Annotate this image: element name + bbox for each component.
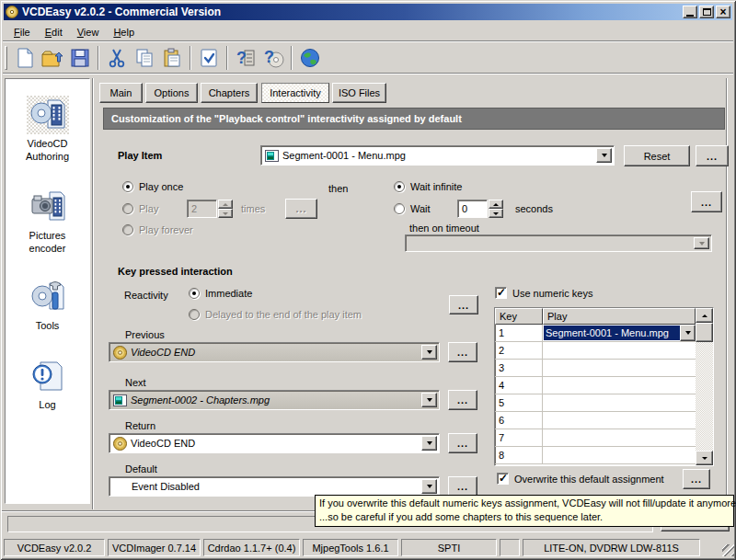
reset-button[interactable]: Reset (624, 145, 690, 166)
scroll-down-arrow[interactable] (696, 451, 713, 465)
key-cell[interactable]: 6 (495, 412, 543, 429)
sidebar-item-log[interactable]: Log (6, 357, 89, 411)
wait-infinite-radio[interactable]: Wait infinite (394, 181, 462, 192)
play-cell[interactable] (543, 429, 696, 447)
tab-iso-files[interactable]: ISO Files (332, 83, 386, 103)
sidebar-item-tools[interactable]: Tools (6, 278, 89, 332)
play-cell[interactable] (543, 412, 696, 429)
table-row[interactable]: 7 (495, 429, 696, 447)
new-file-button[interactable] (11, 44, 39, 72)
wait-seconds-spinner[interactable]: 0 (457, 200, 503, 218)
next-combo[interactable]: Segment-0002 - Chapters.mpg (109, 390, 440, 410)
scroll-track[interactable] (696, 342, 713, 451)
play-cell[interactable] (543, 447, 696, 464)
column-header-key[interactable]: Key (495, 308, 543, 325)
scroll-thumb[interactable] (696, 323, 713, 342)
toolbar-separator (98, 46, 99, 70)
play-cell[interactable] (543, 394, 696, 412)
spin-up[interactable] (489, 200, 503, 209)
title-bar[interactable]: VCDEasy v2.0.2 - Commercial Version × (4, 4, 732, 20)
resize-grip[interactable] (722, 544, 734, 556)
sidebar-item-videocd-authoring[interactable]: VideoCD Authoring (6, 96, 89, 163)
radio-icon[interactable] (394, 203, 405, 214)
play-cell[interactable] (543, 377, 696, 394)
play-item-dropdown-arrow[interactable] (596, 148, 612, 163)
menu-view[interactable]: View (70, 24, 107, 40)
play-once-radio[interactable]: Play once (122, 181, 183, 192)
sidebar-item-pictures-encoder[interactable]: Pictures encoder (6, 188, 89, 255)
default-more-button[interactable]: ... (448, 476, 477, 497)
wait-seconds-radio[interactable]: Wait (394, 203, 431, 214)
minimize-button[interactable] (683, 6, 697, 18)
table-row[interactable]: 4 (495, 377, 696, 394)
return-combo[interactable]: VideoCD END (109, 433, 440, 453)
key-cell[interactable]: 4 (495, 377, 543, 394)
table-row[interactable]: 5 (495, 394, 696, 412)
table-scrollbar[interactable] (696, 308, 713, 465)
menu-help[interactable]: Help (106, 24, 142, 40)
column-header-play[interactable]: Play (543, 308, 696, 325)
scroll-up-arrow[interactable] (696, 308, 713, 323)
table-row[interactable]: 2 (495, 342, 696, 360)
close-button[interactable]: × (716, 6, 730, 18)
play-item-combo[interactable]: Segment-0001 - Menu.mpg (260, 145, 615, 166)
copy-button[interactable] (131, 44, 158, 72)
tab-options[interactable]: Options (145, 83, 198, 103)
tab-chapters[interactable]: Chapters (201, 83, 258, 103)
previous-dropdown-arrow[interactable] (421, 345, 437, 360)
open-button[interactable] (39, 44, 66, 72)
app-cd-icon (6, 6, 18, 18)
key-cell[interactable]: 8 (495, 447, 543, 464)
tab-main[interactable]: Main (99, 83, 143, 103)
next-more-button[interactable]: ... (448, 390, 477, 410)
default-dropdown-arrow[interactable] (421, 479, 437, 494)
menu-file[interactable]: File (6, 24, 38, 40)
table-row[interactable]: 1 Segment-0001 - Menu.mpg (495, 325, 696, 342)
checkbox-icon[interactable] (497, 473, 509, 485)
validate-button[interactable] (195, 44, 223, 72)
menu-edit[interactable]: Edit (38, 24, 70, 40)
checkbox-icon[interactable] (495, 287, 507, 299)
return-more-button[interactable]: ... (448, 433, 477, 453)
overwrite-checkbox[interactable]: Overwrite this default assignment (497, 473, 664, 485)
next-dropdown-arrow[interactable] (421, 393, 437, 407)
radio-icon[interactable] (394, 181, 405, 192)
previous-more-button[interactable]: ... (448, 342, 477, 362)
wait-seconds-value[interactable]: 0 (457, 200, 488, 218)
row1-dropdown-arrow[interactable] (680, 325, 696, 341)
use-numeric-keys-checkbox[interactable]: Use numeric keys (495, 287, 592, 299)
overwrite-more-button[interactable]: ... (683, 469, 710, 489)
key-cell[interactable]: 3 (495, 360, 543, 377)
previous-combo[interactable]: VideoCD END (109, 342, 440, 362)
row1-play-combo[interactable]: Segment-0001 - Menu.mpg (543, 325, 696, 341)
cut-button[interactable] (103, 44, 131, 72)
tab-interactivity[interactable]: Interactivity (261, 83, 329, 103)
key-cell[interactable]: 7 (495, 429, 543, 447)
key-cell[interactable]: 2 (495, 342, 543, 360)
immediate-radio[interactable]: Immediate (189, 288, 252, 299)
save-button[interactable] (66, 44, 94, 72)
play-cell[interactable] (543, 360, 696, 377)
toolbar-grip[interactable] (5, 46, 7, 70)
wait-more-button[interactable]: ... (691, 191, 722, 212)
radio-icon[interactable] (189, 288, 200, 299)
key-cell[interactable]: 5 (495, 394, 543, 412)
default-combo[interactable]: Event Disabled (109, 476, 440, 497)
table-row[interactable]: 3 (495, 360, 696, 377)
help-about-button[interactable]: ? (259, 44, 287, 72)
play-cell[interactable] (543, 342, 696, 360)
key-cell[interactable]: 1 (495, 325, 543, 342)
reactivity-more-button[interactable]: ... (449, 295, 478, 314)
radio-icon[interactable] (122, 181, 133, 192)
help-contents-button[interactable]: ? (232, 44, 259, 72)
play-cell[interactable]: Segment-0001 - Menu.mpg (543, 325, 696, 342)
spin-down[interactable] (489, 209, 503, 218)
paste-button[interactable] (158, 44, 186, 72)
table-row[interactable]: 8 (495, 447, 696, 464)
return-dropdown-arrow[interactable] (421, 436, 437, 451)
maximize-button[interactable] (699, 6, 714, 18)
table-row[interactable]: 6 (495, 412, 696, 429)
row1-play-value[interactable]: Segment-0001 - Menu.mpg (544, 326, 680, 340)
play-item-more-button[interactable]: ... (696, 145, 729, 166)
web-button[interactable] (296, 44, 324, 72)
